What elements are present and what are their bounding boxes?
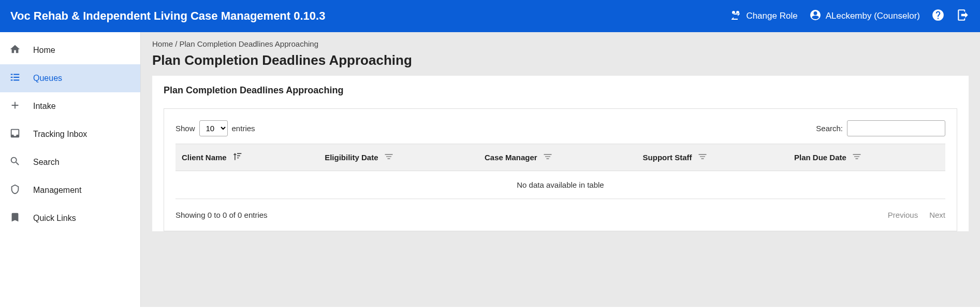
sort-asc-icon	[232, 151, 242, 163]
sort-icon	[697, 151, 708, 163]
sidebar-item-label: Management	[33, 186, 81, 195]
swap-people-icon	[729, 9, 742, 24]
inbox-icon	[9, 128, 21, 141]
help-circle-icon	[931, 8, 945, 24]
sort-icon	[852, 151, 862, 163]
user-circle-icon	[809, 9, 822, 24]
app-header: Voc Rehab & Independent Living Case Mana…	[0, 0, 980, 32]
sidebar-item-label: Quick Links	[33, 214, 76, 223]
home-icon	[9, 44, 21, 57]
show-entries-control: Show 10 entries	[175, 120, 255, 136]
sidebar-item-management[interactable]: Management	[0, 176, 140, 204]
entries-select[interactable]: 10	[199, 120, 228, 136]
panel: Plan Completion Deadlines Approaching Sh…	[152, 76, 969, 231]
sidebar-item-queues[interactable]: Queues	[0, 64, 140, 92]
search-input[interactable]	[847, 120, 945, 136]
column-header-client-name[interactable]: Client Name	[175, 144, 318, 171]
pagination: Previous Next	[888, 211, 945, 219]
table-controls-top: Show 10 entries Search:	[175, 120, 945, 136]
sidebar-item-label: Queues	[33, 74, 62, 83]
user-label: ALeckemby (Counselor)	[826, 11, 920, 21]
previous-button[interactable]: Previous	[888, 211, 918, 219]
sidebar-item-label: Home	[33, 46, 55, 55]
header-right: Change Role ALeckemby (Counselor)	[729, 8, 970, 24]
sidebar: Home Queues Intake Tracking Inbox Search…	[0, 32, 141, 307]
search-control: Search:	[816, 120, 945, 136]
column-header-eligibility-date[interactable]: Eligibility Date	[318, 144, 478, 171]
sidebar-item-home[interactable]: Home	[0, 36, 140, 64]
search-label: Search:	[816, 124, 843, 133]
logout-button[interactable]	[956, 8, 970, 24]
table-wrapper: Show 10 entries Search:	[164, 108, 957, 231]
column-label: Client Name	[182, 153, 227, 162]
column-label: Eligibility Date	[325, 153, 378, 162]
showing-info: Showing 0 to 0 of 0 entries	[175, 211, 268, 219]
change-role-button[interactable]: Change Role	[729, 9, 797, 24]
column-header-plan-due-date[interactable]: Plan Due Date	[788, 144, 945, 171]
change-role-label: Change Role	[746, 11, 797, 21]
sort-icon	[543, 151, 553, 163]
sidebar-item-label: Intake	[33, 102, 56, 111]
breadcrumb-current: Plan Completion Deadlines Approaching	[180, 39, 319, 48]
column-header-support-staff[interactable]: Support Staff	[637, 144, 788, 171]
breadcrumb: Home / Plan Completion Deadlines Approac…	[141, 32, 980, 50]
column-label: Case Manager	[485, 153, 537, 162]
column-label: Plan Due Date	[794, 153, 846, 162]
entries-label: entries	[232, 124, 255, 133]
breadcrumb-separator: /	[175, 39, 177, 48]
search-icon	[9, 156, 21, 169]
sidebar-item-search[interactable]: Search	[0, 148, 140, 176]
sidebar-item-intake[interactable]: Intake	[0, 92, 140, 120]
main-content: Home / Plan Completion Deadlines Approac…	[141, 32, 980, 307]
shield-icon	[9, 184, 21, 197]
breadcrumb-home-link[interactable]: Home	[152, 39, 173, 48]
page-title: Plan Completion Deadlines Approaching	[141, 50, 980, 76]
column-header-case-manager[interactable]: Case Manager	[478, 144, 637, 171]
data-table: Client Name Eligibility Date	[175, 144, 945, 199]
logout-icon	[956, 8, 970, 24]
sort-icon	[384, 151, 394, 163]
bookmark-icon	[9, 212, 21, 225]
no-data-message: No data available in table	[175, 171, 945, 199]
show-label: Show	[175, 124, 195, 133]
sidebar-item-quick-links[interactable]: Quick Links	[0, 204, 140, 232]
panel-title: Plan Completion Deadlines Approaching	[152, 76, 969, 101]
sidebar-item-label: Tracking Inbox	[33, 130, 87, 139]
plus-icon	[9, 100, 21, 113]
list-icon	[9, 72, 21, 85]
help-button[interactable]	[931, 8, 945, 24]
column-label: Support Staff	[643, 153, 692, 162]
app-title: Voc Rehab & Independent Living Case Mana…	[10, 9, 325, 23]
next-button[interactable]: Next	[929, 211, 945, 219]
table-controls-bottom: Showing 0 to 0 of 0 entries Previous Nex…	[175, 211, 945, 219]
sidebar-item-label: Search	[33, 158, 60, 167]
sidebar-item-tracking-inbox[interactable]: Tracking Inbox	[0, 120, 140, 148]
user-menu-button[interactable]: ALeckemby (Counselor)	[809, 9, 920, 24]
table-row-empty: No data available in table	[175, 171, 945, 199]
